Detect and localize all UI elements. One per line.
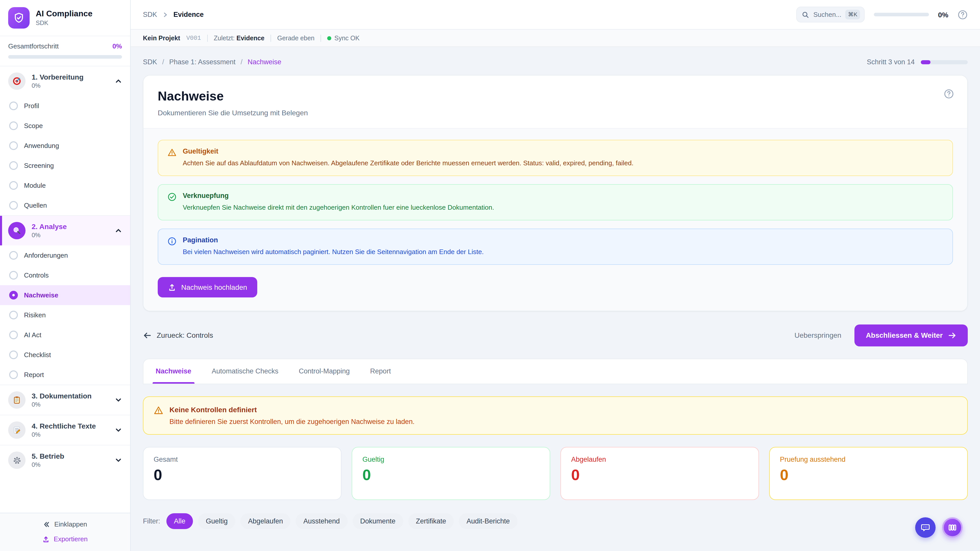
- sidebar-item-scope[interactable]: Scope: [0, 116, 130, 136]
- overall-progress: Gesamtfortschritt 0%: [0, 36, 130, 66]
- breadcrumb: SDK / Phase 1: Assessment / Nachweise: [143, 58, 281, 66]
- tab-control-mapping[interactable]: Control-Mapping: [299, 359, 350, 383]
- breadcrumb-sdk[interactable]: SDK: [143, 58, 157, 66]
- complete-next-button[interactable]: Abschliessen & Weiter: [855, 324, 968, 346]
- search-icon: [802, 11, 809, 18]
- filter-chip-dokumente[interactable]: Dokumente: [352, 513, 403, 529]
- warning-title: Keine Kontrollen definiert: [169, 405, 415, 413]
- project-name: Kein Projekt: [143, 35, 180, 41]
- radio-icon: [9, 201, 18, 210]
- clipboard-icon: [8, 391, 25, 409]
- radio-selected-icon: [9, 291, 18, 300]
- sync-status: Sync OK: [327, 35, 360, 41]
- collapse-sidebar-button[interactable]: Einklappen: [43, 520, 87, 528]
- breadcrumb-root[interactable]: SDK: [143, 11, 157, 18]
- sidebar-item-anforderungen[interactable]: Anforderungen: [0, 245, 130, 265]
- help-icon[interactable]: [958, 10, 968, 20]
- sidebar-item-quellen[interactable]: Quellen: [0, 195, 130, 215]
- stat-label: Gesamt: [154, 455, 331, 463]
- tab-nachweise[interactable]: Nachweise: [156, 359, 191, 383]
- phase-section-dokumentation[interactable]: 3. Dokumentation 0%: [0, 385, 130, 415]
- stat-label: Gueltig: [363, 455, 539, 463]
- filter-chip-gueltig[interactable]: Gueltig: [198, 513, 235, 529]
- alert-verknuepfung: Verknuepfung Verknuepfen Sie Nachweise d…: [158, 184, 953, 221]
- sidebar-item-label: Scope: [24, 122, 43, 130]
- filter-chip-alle[interactable]: Alle: [166, 513, 193, 529]
- sidebar-item-controls[interactable]: Controls: [0, 265, 130, 285]
- overall-progress-label: Gesamtfortschritt: [8, 42, 59, 50]
- sidebar-item-module[interactable]: Module: [0, 176, 130, 195]
- search-placeholder: Suchen...: [813, 11, 842, 18]
- sidebar-item-checklist[interactable]: Checklist: [0, 345, 130, 365]
- sidebar-item-label: Anforderungen: [24, 251, 68, 259]
- export-button[interactable]: Exportieren: [43, 535, 88, 543]
- columns-icon: [948, 523, 957, 532]
- tab-report[interactable]: Report: [370, 359, 391, 383]
- info-circle-icon: [167, 237, 177, 257]
- no-controls-warning: Keine Kontrollen definiert Bitte definie…: [143, 396, 968, 434]
- alert-title: Pagination: [183, 236, 484, 244]
- back-link[interactable]: Zurueck: Controls: [143, 331, 213, 340]
- breadcrumb-current: Evidence: [173, 11, 204, 18]
- stat-value: 0: [363, 466, 539, 483]
- phase-section-vorbereitung[interactable]: 1. Vorbereitung 0%: [0, 66, 130, 96]
- target-icon: [8, 73, 25, 90]
- upload-icon: [43, 535, 50, 543]
- search-input[interactable]: Suchen... ⌘K: [797, 6, 865, 22]
- warning-triangle-icon: [154, 405, 163, 425]
- step-progress-bar: [921, 60, 968, 64]
- step-progress: Schritt 3 von 14: [867, 58, 968, 66]
- sidebar-item-ai-act[interactable]: AI Act: [0, 325, 130, 345]
- upload-evidence-button[interactable]: Nachweis hochladen: [158, 277, 257, 297]
- warning-triangle-icon: [167, 148, 177, 168]
- phase-percent: 0%: [32, 232, 109, 239]
- topbar: SDK Evidence Suchen... ⌘K 0%: [130, 0, 980, 30]
- skip-button[interactable]: Ueberspringen: [794, 331, 842, 339]
- stat-label: Pruefung ausstehend: [780, 455, 957, 463]
- stat-gueltig: Gueltig 0: [352, 447, 550, 500]
- sidebar-item-label: Module: [24, 182, 46, 189]
- sidebar-item-label: Checklist: [24, 351, 51, 359]
- radio-icon: [9, 330, 18, 339]
- phase-section-betrieb[interactable]: 5. Betrieb 0%: [0, 445, 130, 475]
- overall-progress-bar: [8, 55, 122, 59]
- page-title: Nachweise: [158, 89, 953, 103]
- chevron-down-icon: [115, 396, 122, 403]
- tab-automatische-checks[interactable]: Automatische Checks: [212, 359, 278, 383]
- phase-label: 1. Vorbereitung: [32, 73, 109, 81]
- radio-icon: [9, 311, 18, 319]
- stat-label: Abgelaufen: [571, 455, 748, 463]
- columns-button[interactable]: [942, 517, 963, 538]
- stat-value: 0: [571, 466, 748, 483]
- sidebar-item-report[interactable]: Report: [0, 365, 130, 385]
- sidebar-item-label: Screening: [24, 162, 54, 169]
- filter-chip-abgelaufen[interactable]: Abgelaufen: [240, 513, 291, 529]
- sidebar-item-screening[interactable]: Screening: [0, 156, 130, 176]
- alert-pagination: Pagination Bei vielen Nachweisen wird au…: [158, 228, 953, 265]
- breadcrumb-phase[interactable]: Phase 1: Assessment: [169, 58, 235, 66]
- stats-row: Gesamt 0 Gueltig 0 Abgelaufen 0 Pruefung…: [143, 447, 968, 500]
- radio-icon: [9, 370, 18, 379]
- help-icon[interactable]: [944, 89, 954, 99]
- page-subtitle: Dokumentieren Sie die Umsetzung mit Bele…: [158, 109, 953, 117]
- overall-progress-value: 0%: [112, 42, 122, 50]
- sidebar-item-nachweise[interactable]: Nachweise: [0, 285, 130, 305]
- filter-chip-ausstehend[interactable]: Ausstehend: [296, 513, 348, 529]
- phase-section-rechtliche-texte[interactable]: 4. Rechtliche Texte 0%: [0, 415, 130, 445]
- sync-ok-dot-icon: [327, 36, 331, 40]
- radio-icon: [9, 181, 18, 190]
- filter-chip-zertifikate[interactable]: Zertifikate: [408, 513, 454, 529]
- sidebar-item-risiken[interactable]: Risiken: [0, 305, 130, 325]
- check-circle-icon: [167, 192, 177, 213]
- filter-chip-audit-berichte[interactable]: Audit-Berichte: [459, 513, 517, 529]
- step-label: Schritt 3 von 14: [867, 58, 915, 66]
- double-chevron-left-icon: [43, 521, 50, 528]
- phase-section-analyse[interactable]: 2. Analyse 0%: [0, 216, 130, 245]
- sidebar-item-anwendung[interactable]: Anwendung: [0, 136, 130, 156]
- sidebar-item-label: Risiken: [24, 311, 46, 319]
- sidebar-item-profil[interactable]: Profil: [0, 96, 130, 116]
- sidebar-item-label: Report: [24, 371, 44, 379]
- chat-button[interactable]: [915, 517, 935, 538]
- wizard-nav-row: Zurueck: Controls Ueberspringen Abschlie…: [143, 324, 968, 346]
- chat-bubble-icon: [920, 522, 931, 533]
